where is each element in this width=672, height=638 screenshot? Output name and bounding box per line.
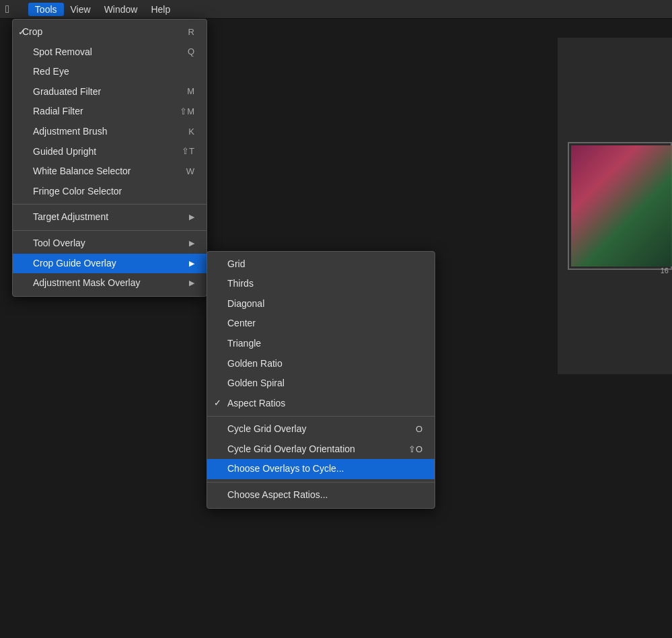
adjustment-brush-label: Adjustment Brush xyxy=(33,125,108,139)
radial-filter-label: Radial Filter xyxy=(33,105,83,118)
submenu-item-aspect-ratios[interactable]: ✓ Aspect Ratios xyxy=(207,394,435,414)
submenu-item-diagonal[interactable]: Diagonal xyxy=(207,294,435,314)
submenu-item-choose-aspect-ratios[interactable]: Choose Aspect Ratios... xyxy=(207,485,435,505)
graduated-filter-label: Graduated Filter xyxy=(33,85,101,99)
grid-label: Grid xyxy=(227,258,245,271)
menu-item-adjustment-brush[interactable]: Adjustment Brush K xyxy=(13,122,207,142)
thirds-label: Thirds xyxy=(227,277,254,291)
crop-guide-overlay-submenu: Grid Thirds Diagonal Center Triangle Gol… xyxy=(207,251,435,509)
submenu-item-cycle-grid-overlay[interactable]: Cycle Grid Overlay O xyxy=(207,419,435,439)
triangle-label: Triangle xyxy=(227,337,261,351)
crop-check: ✓ xyxy=(18,26,26,38)
spot-removal-shortcut: Q xyxy=(188,46,194,58)
submenu-item-golden-ratio[interactable]: Golden Ratio xyxy=(207,354,435,374)
red-eye-label: Red Eye xyxy=(33,65,69,79)
submenu-separator-2 xyxy=(207,482,435,483)
guided-upright-label: Guided Upright xyxy=(33,145,96,159)
radial-filter-shortcut: ⇧M xyxy=(180,106,194,118)
aspect-ratios-check: ✓ xyxy=(214,397,221,409)
target-adjustment-label: Target Adjustment xyxy=(33,211,108,224)
spot-removal-label: Spot Removal xyxy=(33,46,92,59)
target-adjustment-arrow: ▶ xyxy=(189,212,194,222)
menubar-item-help[interactable]: Help xyxy=(144,3,177,16)
cycle-grid-overlay-shortcut: O xyxy=(416,423,422,435)
menu-item-red-eye[interactable]: Red Eye xyxy=(13,62,207,82)
photo-image xyxy=(571,145,672,267)
menu-item-fringe-color[interactable]: Fringe Color Selector xyxy=(13,182,207,202)
menu-item-guided-upright[interactable]: Guided Upright ⇧T xyxy=(13,142,207,162)
crop-guide-overlay-label: Crop Guide Overlay xyxy=(33,257,116,271)
separator-2 xyxy=(13,230,207,231)
choose-overlays-to-cycle-label: Choose Overlays to Cycle... xyxy=(227,462,344,476)
graduated-filter-shortcut: M xyxy=(187,85,194,98)
submenu-item-grid[interactable]: Grid xyxy=(207,254,435,275)
tool-overlay-arrow: ▶ xyxy=(189,238,194,248)
white-balance-label: White Balance Selector xyxy=(33,165,131,178)
menu-item-graduated-filter[interactable]: Graduated Filter M xyxy=(13,82,207,102)
submenu-separator-1 xyxy=(207,416,435,417)
guided-upright-shortcut: ⇧T xyxy=(182,145,194,157)
white-balance-shortcut: W xyxy=(186,166,194,178)
adjustment-mask-overlay-arrow: ▶ xyxy=(189,278,194,288)
apple-icon:  xyxy=(5,3,9,15)
menubar-item-view[interactable]: View xyxy=(64,3,98,16)
submenu-item-triangle[interactable]: Triangle xyxy=(207,334,435,354)
submenu-item-cycle-grid-overlay-orientation[interactable]: Cycle Grid Overlay Orientation ⇧O xyxy=(207,439,435,460)
menu-item-crop[interactable]: ✓ Crop R xyxy=(13,22,207,42)
crop-shortcut: R xyxy=(188,26,194,38)
menu-item-tool-overlay[interactable]: Tool Overlay ▶ xyxy=(13,234,207,254)
fringe-color-label: Fringe Color Selector xyxy=(33,185,122,199)
menubar-item-window[interactable]: Window xyxy=(98,3,145,16)
menubar-item-app[interactable] xyxy=(15,8,28,11)
golden-ratio-label: Golden Ratio xyxy=(227,357,283,371)
submenu-item-choose-overlays-to-cycle[interactable]: Choose Overlays to Cycle... xyxy=(207,459,435,479)
submenu-item-thirds[interactable]: Thirds xyxy=(207,274,435,294)
menu-item-crop-guide-overlay[interactable]: Crop Guide Overlay ▶ Grid Thirds Diagona… xyxy=(13,254,207,274)
adjustment-mask-overlay-label: Adjustment Mask Overlay xyxy=(33,277,141,290)
aspect-ratios-label: Aspect Ratios xyxy=(227,397,285,411)
cycle-grid-overlay-label: Cycle Grid Overlay xyxy=(227,423,306,436)
menubar:  Tools View Window Help xyxy=(0,0,672,19)
submenu-item-golden-spiral[interactable]: Golden Spiral xyxy=(207,374,435,394)
choose-aspect-ratios-label: Choose Aspect Ratios... xyxy=(227,489,328,502)
tools-dropdown-menu: ✓ Crop R Spot Removal Q Red Eye Graduate… xyxy=(12,19,207,297)
submenu-item-center[interactable]: Center xyxy=(207,314,435,334)
crop-guide-overlay-arrow: ▶ xyxy=(189,258,194,269)
cycle-grid-overlay-orientation-shortcut: ⇧O xyxy=(408,444,422,456)
diagonal-label: Diagonal xyxy=(227,297,264,311)
menu-item-target-adjustment[interactable]: Target Adjustment ▶ xyxy=(13,207,207,227)
menu-item-spot-removal[interactable]: Spot Removal Q xyxy=(13,42,207,63)
menu-item-adjustment-mask-overlay[interactable]: Adjustment Mask Overlay ▶ xyxy=(13,273,207,293)
separator-1 xyxy=(13,204,207,205)
menu-item-radial-filter[interactable]: Radial Filter ⇧M xyxy=(13,102,207,122)
menu-item-white-balance[interactable]: White Balance Selector W xyxy=(13,162,207,182)
adjustment-brush-shortcut: K xyxy=(188,126,194,138)
photo-badge: 16 xyxy=(661,267,669,275)
center-label: Center xyxy=(227,317,256,330)
menubar-item-tools[interactable]: Tools xyxy=(28,3,64,16)
golden-spiral-label: Golden Spiral xyxy=(227,377,285,390)
photo-area: 16 xyxy=(558,38,672,374)
tool-overlay-label: Tool Overlay xyxy=(33,237,85,250)
cycle-grid-overlay-orientation-label: Cycle Grid Overlay Orientation xyxy=(227,443,355,456)
